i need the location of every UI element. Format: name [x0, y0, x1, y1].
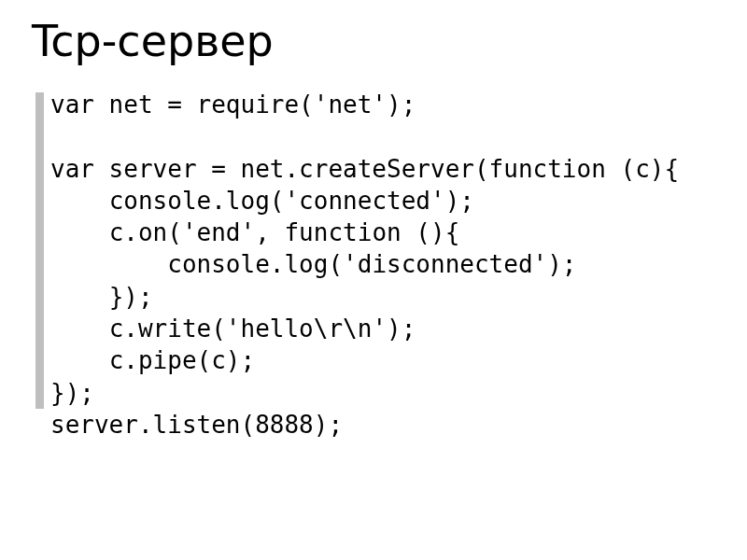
- code-text: var net = require('net'); var server = n…: [50, 89, 715, 441]
- slide-title: Tcp-сервер: [32, 17, 715, 66]
- slide: Tcp-сервер var net = require('net'); var…: [0, 0, 747, 560]
- code-block-accent-bar: [35, 92, 44, 409]
- code-block: var net = require('net'); var server = n…: [32, 89, 715, 441]
